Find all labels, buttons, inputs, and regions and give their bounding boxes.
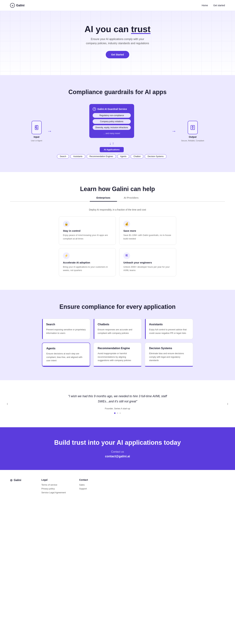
footer-logo: ◎ Galini	[10, 478, 21, 482]
pill-more: ... and many more!	[93, 132, 131, 134]
compliance-diagram: Input User or Agent → ☰ Galini AI Guardr…	[10, 104, 225, 158]
tab-enterprises[interactable]: Enterprises	[90, 194, 117, 202]
logo-text: Galini	[16, 4, 24, 7]
cta-contact-label: Contact us	[10, 450, 225, 453]
app-card-title-3: Agents	[46, 347, 86, 350]
feature-card-1: 💰 Save more Save $1-10M+ with Galini gua…	[119, 216, 176, 245]
feature-card-desc-2: Bring your AI applications to your custo…	[63, 265, 112, 272]
learn-title: Learn how Galini can help	[10, 186, 225, 192]
svg-point-1	[36, 128, 37, 129]
pill-3: Diversity, equity, inclusion infractions	[93, 125, 131, 130]
footer-terms[interactable]: Terms of service	[41, 484, 66, 486]
app-card-recommendation: Recommendation Engine Avoid inappropriat…	[93, 342, 142, 367]
diagram-center: ☰ Galini AI Guardrail Service Regulatory…	[57, 104, 166, 158]
hero-heading: AI you can trust	[10, 24, 225, 34]
hero-subtitle: Ensure your AI applications comply with …	[86, 37, 149, 46]
guardrail-header-icon: ☰	[93, 107, 96, 111]
ensure-title: Ensure compliance for every application	[10, 303, 225, 310]
testimonial-dot-0[interactable]	[114, 412, 115, 414]
app-card-title-1: Chatbots	[98, 323, 137, 326]
learn-tabs: Enterprises AI Providers	[10, 194, 225, 202]
app-card-decision: Decision Systems Eliminate bias and ensu…	[145, 342, 193, 367]
testimonial-quote: "I wish we had this 9 months ago, we nee…	[67, 394, 168, 404]
compliance-section: Compliance guardrails for AI apps Input …	[0, 75, 235, 172]
hero-section: AI you can trust Ensure your AI applicat…	[0, 11, 235, 75]
testimonial-content: "I wish we had this 9 months ago, we nee…	[67, 394, 168, 414]
app-card-desc-5: Eliminate bias and ensure decisions comp…	[149, 352, 189, 362]
card-accent-agents	[42, 366, 90, 366]
app-card-desc-2: Enjoy full control to prevent advice tha…	[149, 328, 189, 335]
feature-card-title-0: Stay in control	[63, 229, 112, 232]
feature-cards-grid: 🔒 Stay in control Enjoy peace of mind kn…	[59, 216, 176, 276]
learn-section: Learn how Galini can help Enterprises AI…	[0, 172, 235, 290]
feature-card-title-2: Accelerate AI adoption	[63, 261, 112, 264]
footer-legal-heading: Legal	[41, 478, 66, 481]
feature-card-icon-2: ⚡	[63, 252, 70, 259]
footer-legal-col: Legal Terms of service Privacy policy Se…	[41, 478, 66, 495]
guardrail-pills: Regulatory non-compliance Company policy…	[93, 113, 131, 134]
footer: ◎ Galini Legal Terms of service Privacy …	[0, 470, 235, 504]
feature-card-title-1: Save more	[123, 229, 172, 232]
card-accent-assistants	[145, 319, 146, 339]
app-tags: Search Assistants Recommendation Engines…	[57, 154, 166, 158]
navbar: ◎ Galini Home Get started	[0, 0, 235, 11]
footer-privacy[interactable]: Privacy policy	[41, 488, 66, 490]
ensure-section: Ensure compliance for every application …	[0, 290, 235, 380]
hero-content: AI you can trust Ensure your AI applicat…	[10, 24, 225, 58]
hero-cta-button[interactable]: Get Started	[106, 51, 129, 58]
card-accent-chatbots	[94, 319, 94, 339]
tab-subtitle: Deploy AI responsibly, in a fraction of …	[10, 208, 225, 211]
app-card-agents: Agents Ensure decisions at each step are…	[42, 342, 90, 367]
nav-links: Home Get started	[202, 4, 225, 7]
app-tag-agents: Agents	[117, 154, 129, 158]
feature-card-desc-0: Enjoy peace of mind knowing your AI apps…	[63, 234, 112, 240]
arrow-right-2: →	[172, 128, 176, 134]
nav-home[interactable]: Home	[202, 4, 208, 7]
logo[interactable]: ◎ Galini	[10, 3, 24, 8]
ai-apps-badge: AI Applications	[100, 147, 124, 152]
guardrail-header: ☰ Galini AI Guardrail Service	[93, 107, 131, 111]
feature-card-icon-1: 💰	[123, 220, 130, 227]
feature-card-3: 🛠 Unleash your engineers Unlock 2000+ de…	[119, 248, 176, 276]
pill-2: Company policy violations	[93, 119, 131, 124]
app-card-title-0: Search	[46, 323, 86, 326]
testimonial-dot-2[interactable]	[120, 412, 121, 414]
feature-card-0: 🔒 Stay in control Enjoy peace of mind kn…	[59, 216, 116, 245]
footer-support[interactable]: Support	[79, 488, 88, 490]
feature-card-icon-3: 🛠	[123, 252, 130, 259]
arrows-updown: ↓ ↑	[57, 141, 166, 146]
nav-get-started[interactable]: Get started	[213, 4, 225, 7]
app-card-desc-0: Prevent exposing sensitive or proprietar…	[46, 328, 86, 335]
input-phone-icon	[31, 121, 42, 134]
app-card-chatbots: Chatbots Ensure responses are accurate a…	[93, 319, 142, 339]
cta-section: Build trust into your AI applications to…	[0, 427, 235, 470]
testimonial-dot-1[interactable]	[117, 412, 118, 414]
cta-email-link[interactable]: contact@galini.ai	[105, 455, 130, 458]
testimonial-section: ‹ "I wish we had this 9 months ago, we n…	[0, 380, 235, 427]
output-icon	[188, 121, 198, 134]
ai-apps-section: ↓ ↑ AI Applications Search Assistants Re…	[57, 141, 166, 158]
feature-card-2: ⚡ Accelerate AI adoption Bring your AI a…	[59, 248, 116, 276]
app-tag-chatbot: Chatbot	[131, 154, 143, 158]
output-label: Output	[189, 136, 197, 138]
tab-ai-providers[interactable]: AI Providers	[117, 194, 145, 202]
svg-point-3	[35, 127, 37, 128]
card-accent-decision	[145, 366, 193, 366]
testimonial-next-button[interactable]: ›	[227, 402, 228, 406]
footer-sales[interactable]: Sales	[79, 484, 88, 486]
diagram-input: Input User or Agent	[31, 121, 42, 142]
app-card-title-5: Decision Systems	[149, 347, 189, 350]
svg-point-6	[192, 126, 193, 128]
card-accent-search	[42, 319, 43, 339]
app-tag-recommendation: Recommendation Engines	[87, 154, 116, 158]
testimonial-author: Founder, Series A start-up	[67, 407, 168, 410]
testimonial-prev-button[interactable]: ‹	[7, 402, 8, 406]
input-sublabel: User or Agent	[31, 140, 42, 142]
footer-contact-heading: Contact	[79, 478, 88, 481]
feature-card-title-3: Unleash your engineers	[123, 261, 172, 264]
diagram-output: Output Secure, Reliable, Compliant	[181, 121, 204, 142]
footer-sla[interactable]: Service Legal Agreement	[41, 491, 66, 494]
app-card-desc-1: Ensure responses are accurate and compli…	[98, 328, 137, 335]
app-card-assistants: Assistants Enjoy full control to prevent…	[145, 319, 193, 339]
svg-line-4	[37, 128, 37, 128]
